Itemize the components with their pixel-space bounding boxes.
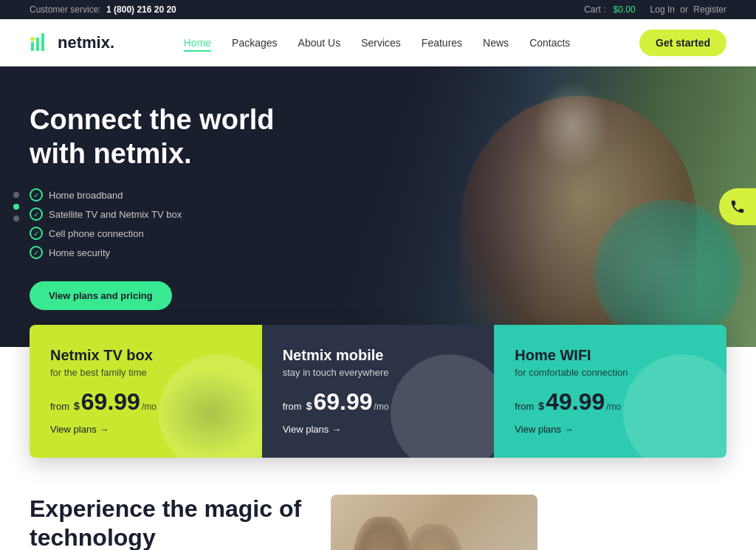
plan-card-wifi: Home WIFI for comfortable connection fro… xyxy=(494,325,726,458)
cart-amount: $0.00 xyxy=(614,4,636,15)
cart: Cart : $0.00 xyxy=(584,4,635,15)
bottom-teaser-heading: Experience the magic of technology xyxy=(30,495,301,550)
bottom-heading-line1: Experience the magic of xyxy=(30,495,301,522)
auth-links: Log In or Register xyxy=(650,4,726,15)
hero-content: Connect the world with netmix. Home broa… xyxy=(0,66,303,347)
check-icon-4 xyxy=(30,246,43,259)
feature-label-4: Home security xyxy=(49,247,110,258)
svg-rect-1 xyxy=(36,38,39,51)
plans-section: Netmix TV box for the best family time f… xyxy=(30,325,726,458)
logo-text: netmix. xyxy=(58,33,114,52)
hero-features-list: Home broadband Satellite TV and Netmix T… xyxy=(30,188,274,259)
price-per-mobile: /mo xyxy=(374,402,389,412)
customer-service: Customer service: 1 (800) 216 20 20 xyxy=(30,4,176,15)
feature-item-1: Home broadband xyxy=(30,188,274,202)
get-started-button[interactable]: Get started xyxy=(639,30,726,56)
nav-home[interactable]: Home xyxy=(184,37,211,49)
bottom-heading-line2: technology xyxy=(30,524,156,550)
slide-dot-3[interactable] xyxy=(13,216,19,221)
main-nav: Home Packages About Us Services Features… xyxy=(184,37,571,49)
bottom-teaser-text: Experience the magic of technology xyxy=(30,495,301,550)
site-header: netmix. Home Packages About Us Services … xyxy=(0,19,756,66)
view-plans-button[interactable]: View plans and pricing xyxy=(30,281,172,310)
price-amount-wifi: 49.99 xyxy=(546,390,605,413)
person-2-shape xyxy=(405,524,464,550)
svg-rect-2 xyxy=(41,33,44,51)
feature-label-2: Satellite TV and Netmix TV box xyxy=(49,209,182,220)
teaser-image-bg xyxy=(331,495,537,550)
register-link[interactable]: Register xyxy=(693,4,726,15)
nav-packages[interactable]: Packages xyxy=(232,37,277,49)
price-from-wifi: from xyxy=(515,401,534,412)
person-silhouette xyxy=(461,96,697,347)
price-dollar-wifi: $ xyxy=(538,400,544,412)
price-per-tv: /mo xyxy=(142,402,157,412)
cart-label: Cart : xyxy=(584,4,605,15)
svg-rect-0 xyxy=(31,42,34,51)
hero-heading-line1: Connect the world xyxy=(30,104,274,135)
slide-dot-2[interactable] xyxy=(13,204,19,210)
plan-card-mobile: Netmix mobile stay in touch everywhere f… xyxy=(262,325,495,458)
nav-about-us[interactable]: About Us xyxy=(298,37,341,49)
phone-contact-button[interactable] xyxy=(719,188,756,225)
price-dollar-tv: $ xyxy=(74,400,80,412)
hero-heading: Connect the world with netmix. xyxy=(30,103,274,171)
price-amount-mobile: 69.99 xyxy=(313,390,372,413)
nav-features[interactable]: Features xyxy=(422,37,462,49)
bottom-teaser-image xyxy=(331,495,537,550)
logo[interactable]: netmix. xyxy=(30,32,114,54)
login-link[interactable]: Log In xyxy=(650,4,675,15)
price-amount-tv: 69.99 xyxy=(81,390,140,413)
plan-subtitle-mobile: stay in touch everywhere xyxy=(283,367,474,378)
plan-card-tv: Netmix TV box for the best family time f… xyxy=(30,325,262,458)
slide-dots xyxy=(13,192,19,221)
svg-point-3 xyxy=(30,37,35,41)
slide-dot-1[interactable] xyxy=(13,192,19,198)
check-icon-3 xyxy=(30,227,43,240)
price-per-wifi: /mo xyxy=(606,402,621,412)
feature-label-1: Home broadband xyxy=(49,190,123,201)
logo-icon xyxy=(30,32,52,54)
price-from-mobile: from xyxy=(283,401,302,412)
price-from-tv: from xyxy=(50,401,69,412)
bg-detail xyxy=(535,81,608,170)
phone-icon xyxy=(729,199,746,215)
card-bg-image-tv xyxy=(159,369,262,458)
top-bar: Customer service: 1 (800) 216 20 20 Cart… xyxy=(0,0,756,19)
check-icon-2 xyxy=(30,207,43,221)
feature-label-3: Cell phone connection xyxy=(49,228,144,239)
hero-background-image xyxy=(227,66,756,347)
plan-subtitle-wifi: for comfortable connection xyxy=(515,367,706,378)
person-1-shape xyxy=(353,517,412,550)
hero-section: Connect the world with netmix. Home broa… xyxy=(0,66,756,347)
feature-item-2: Satellite TV and Netmix TV box xyxy=(30,207,274,221)
phone-number: 1 (800) 216 20 20 xyxy=(106,4,176,15)
nav-news[interactable]: News xyxy=(483,37,509,49)
check-icon-1 xyxy=(30,188,43,202)
feature-item-3: Cell phone connection xyxy=(30,227,274,240)
nav-contacts[interactable]: Contacts xyxy=(529,37,570,49)
price-dollar-mobile: $ xyxy=(306,400,312,412)
or-separator: or xyxy=(680,4,688,15)
feature-item-4: Home security xyxy=(30,246,274,259)
hero-heading-line2: with netmix. xyxy=(30,138,192,169)
bottom-teaser: Experience the magic of technology xyxy=(0,458,756,550)
customer-service-label: Customer service: xyxy=(30,4,101,15)
nav-services[interactable]: Services xyxy=(361,37,401,49)
